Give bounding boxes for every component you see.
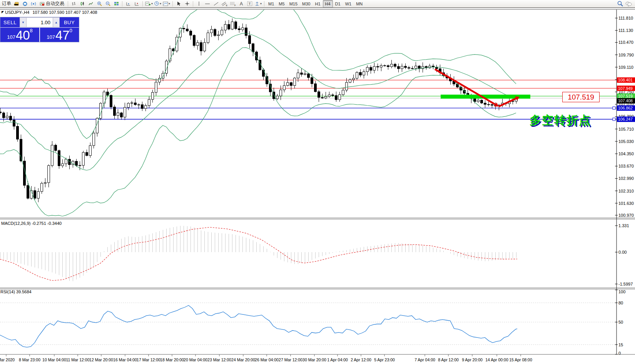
chat-icon[interactable] <box>625 0 632 7</box>
chart-title: ◤ USDJPY-,H4 107.580 107.590 107.407 107… <box>2 10 97 15</box>
time-axis-label: 23 Mar 12:00 <box>207 357 231 362</box>
new-order-button[interactable]: 订单 <box>2 0 11 7</box>
time-axis-label: 17 Mar 12:00 <box>137 357 160 362</box>
channel-tool-icon[interactable]: E <box>221 0 228 7</box>
timeframe-button-H1[interactable]: H1 <box>312 0 323 8</box>
time-axis-label: 16 Mar 04:00 <box>113 357 137 362</box>
auto-trading-button[interactable]: 自动交易 <box>38 0 66 7</box>
buy-price-display[interactable]: 107 47 0 <box>40 28 79 42</box>
sell-price-display[interactable]: 107 40 8 <box>0 28 40 42</box>
svg-text:0: 0 <box>618 351 621 356</box>
time-axis-label: 20 Mar 04:00 <box>184 357 207 362</box>
auto-trading-label: 自动交易 <box>46 0 64 7</box>
svg-text:109.110: 109.110 <box>618 65 633 70</box>
gold-bars-icon <box>14 2 19 6</box>
candles <box>0 18 518 202</box>
chart-shift-icon[interactable] <box>133 0 140 7</box>
broadcast-icon[interactable] <box>30 0 37 7</box>
svg-text:108.401: 108.401 <box>618 78 633 82</box>
crosshair-icon[interactable] <box>183 0 191 7</box>
buy-button[interactable]: BUY <box>60 17 79 27</box>
timeframe-button-M5[interactable]: M5 <box>276 0 287 8</box>
timeframe-button-M1[interactable]: M1 <box>266 0 276 8</box>
horizontal-line-tool-icon[interactable] <box>204 0 211 7</box>
svg-text:102.990: 102.990 <box>618 176 634 181</box>
svg-text:104.350: 104.350 <box>618 151 634 156</box>
vertical-line-tool-icon[interactable] <box>195 0 203 7</box>
svg-text:110.470: 110.470 <box>618 40 633 45</box>
buy-price-sup: 0 <box>70 28 72 33</box>
volume-decrease-button[interactable]: ▼ <box>20 17 27 27</box>
arrows-tool-icon[interactable]: ▾ <box>254 0 262 7</box>
svg-text:102.310: 102.310 <box>618 189 634 193</box>
periods-icon[interactable]: ▾ <box>154 0 162 7</box>
time-axis-label: 8 Mar 23:00 <box>19 357 40 362</box>
label-tool-icon[interactable]: T <box>246 0 254 7</box>
fibonacci-tool-icon[interactable]: F <box>229 0 237 7</box>
sell-price-prefix: 107 <box>7 33 15 41</box>
volume-increase-button[interactable]: ▲ <box>53 17 60 27</box>
one-click-trading-panel: SELL ▼ 1.00 ▲ BUY 107 40 8 107 47 0 <box>0 17 79 42</box>
timeframe-button-MN[interactable]: MN <box>354 0 365 8</box>
bar-chart-icon[interactable] <box>70 0 78 7</box>
svg-text:107.949: 107.949 <box>618 86 633 91</box>
pane-borders <box>0 8 635 354</box>
time-axis-label: 18 Mar 20:00 <box>160 357 184 362</box>
svg-text:111.130: 111.130 <box>618 28 633 33</box>
templates-icon[interactable]: ▾ <box>162 0 170 7</box>
timeframe-button-M15[interactable]: M15 <box>287 0 300 8</box>
candlestick-chart-icon[interactable] <box>79 0 86 7</box>
timeframe-button-W1[interactable]: W1 <box>343 0 354 8</box>
tile-windows-icon[interactable] <box>112 0 120 7</box>
svg-text:107.519: 107.519 <box>618 94 633 98</box>
timeframe-button-M30[interactable]: M30 <box>300 0 312 8</box>
svg-text:103.670: 103.670 <box>618 164 634 168</box>
zoom-in-icon[interactable] <box>95 0 103 7</box>
macd-indicator-label: MACD(12,26,9) -0.2751 -0.3440 <box>1 221 62 226</box>
buy-price-prefix: 107 <box>47 33 55 41</box>
line-handle[interactable] <box>613 118 615 121</box>
time-axis-label: 8 Apr 12:00 <box>438 357 459 362</box>
chinese-annotation-text[interactable]: 多空转折点 <box>530 113 591 128</box>
time-axis-label: 2 Apr 12:00 <box>351 357 371 362</box>
line-handle[interactable] <box>613 107 615 110</box>
volume-input[interactable]: 1.00 <box>27 17 53 27</box>
dropdown-arrow-icon: ▾ <box>160 2 161 5</box>
line-chart-icon[interactable] <box>87 0 95 7</box>
sell-price-big: 40 <box>16 30 30 41</box>
macd-signal-line <box>0 227 517 281</box>
trendline-tool-icon[interactable] <box>212 0 220 7</box>
price-callout-box[interactable]: 107.519 <box>562 92 600 102</box>
new-order-icon[interactable] <box>13 0 20 7</box>
sell-button[interactable]: SELL <box>0 17 20 27</box>
dropdown-arrow-icon: ▾ <box>169 2 170 5</box>
timeframe-button-D1[interactable]: D1 <box>333 0 343 8</box>
chart-canvas[interactable]: 111.810111.130110.470109.790109.110108.4… <box>0 0 635 364</box>
toolbar-separator <box>0 8 635 10</box>
svg-text:-1.5997: -1.5997 <box>618 282 633 286</box>
trend-arrow-2[interactable] <box>499 98 516 106</box>
chart-symbol-period: USDJPY-,H4 <box>5 10 29 15</box>
sell-price-sup: 8 <box>30 28 33 33</box>
time-axis-label: 14 Apr 00:00 <box>485 357 508 362</box>
search-icon[interactable] <box>616 0 624 7</box>
bollinger-middle-band <box>0 33 516 171</box>
svg-text:T: T <box>249 2 251 6</box>
svg-text:106.862: 106.862 <box>618 106 633 110</box>
trend-arrow-1[interactable] <box>435 69 495 105</box>
svg-text:50: 50 <box>618 320 623 324</box>
cursor-icon[interactable] <box>175 0 182 7</box>
text-tool-icon[interactable]: A <box>237 0 245 7</box>
chart-corner-icon: ◤ <box>2 10 4 14</box>
indicators-icon[interactable]: ▾ <box>145 0 153 7</box>
timeframe-toolbar: M1M5M15M30H1H4D1W1MN <box>266 0 365 8</box>
timeframe-button-H4[interactable]: H4 <box>323 0 333 8</box>
main-toolbar: 订单 自动交易 ▾ ▾ ▾ <box>0 0 635 8</box>
time-axis[interactable]: Mar 20208 Mar 23:0010 Mar 04:0011 Mar 12… <box>0 354 532 362</box>
svg-text:E: E <box>226 4 227 6</box>
time-axis-label: 24 Mar 20:00 <box>231 357 255 362</box>
time-axis-label: 9 Apr 20:00 <box>462 357 483 362</box>
auto-scroll-icon[interactable] <box>124 0 132 7</box>
zoom-out-icon[interactable] <box>104 0 112 7</box>
community-icon[interactable] <box>21 0 29 7</box>
